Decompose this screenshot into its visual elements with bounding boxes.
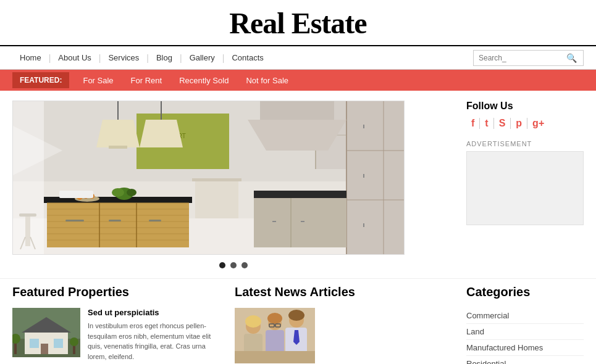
main-slider: ART: [12, 101, 454, 268]
svg-marker-20: [140, 120, 183, 147]
svg-point-57: [127, 189, 136, 196]
svg-marker-17: [96, 120, 140, 147]
svg-rect-71: [30, 339, 39, 348]
follow-us-title: Follow Us: [466, 101, 584, 112]
dot-2[interactable]: [230, 262, 237, 268]
property-thumbnail: [12, 308, 80, 357]
featured-label: FEATURED:: [12, 72, 69, 88]
slider-dots: [12, 262, 454, 268]
nav-link-home[interactable]: Home: [12, 53, 49, 62]
nav-item-services[interactable]: Services: [101, 53, 146, 62]
search-input[interactable]: [479, 54, 565, 62]
svg-rect-18: [109, 146, 127, 149]
search-button[interactable]: 🔍: [565, 53, 578, 63]
follow-us-section: Follow Us f t S p g+: [466, 101, 584, 129]
featured-properties-title: Featured Properties: [12, 285, 222, 299]
slider-image: ART: [12, 101, 405, 255]
svg-rect-32: [254, 198, 346, 247]
bottom-section: Featured Properties: [0, 278, 596, 364]
featured-properties-section: Featured Properties: [12, 285, 222, 364]
featured-bar: FEATURED: For Sale For Rent Recently Sol…: [0, 70, 596, 91]
nav-link-gallery[interactable]: Gallery: [182, 53, 222, 62]
latest-news-section: Latest News Articles: [235, 285, 454, 364]
svg-rect-62: [59, 191, 93, 198]
featured-link-not-for-sale[interactable]: Not for Sale: [237, 76, 297, 85]
search-container: 🔍: [473, 50, 584, 66]
svg-rect-76: [73, 345, 75, 354]
nav-link-about[interactable]: About Us: [51, 53, 98, 62]
svg-rect-48: [65, 220, 84, 221]
advertisement-section: ADVERTISEMENT: [466, 140, 584, 225]
main-nav: Home | About Us | Services | Blog | Gall…: [0, 46, 596, 70]
svg-rect-73: [41, 344, 48, 354]
categories-title: Categories: [466, 285, 584, 299]
news-item: [235, 308, 454, 363]
svg-point-56: [112, 188, 124, 197]
nav-item-gallery[interactable]: Gallery: [182, 53, 222, 62]
nav-item-home[interactable]: Home: [12, 53, 49, 62]
nav-item-blog[interactable]: Blog: [149, 53, 180, 62]
property-item: Sed ut perspiciatis In vestibulum eros e…: [12, 308, 222, 362]
category-manufactured-homes[interactable]: Manufactured Homes: [466, 340, 584, 356]
news-thumbnail: [235, 308, 315, 363]
twitter-icon[interactable]: t: [480, 118, 493, 129]
sidebar: Follow Us f t S p g+ ADVERTISEMENT: [466, 101, 584, 268]
svg-point-91: [288, 310, 304, 321]
svg-point-81: [245, 315, 261, 328]
featured-link-recently-sold[interactable]: Recently Sold: [170, 76, 237, 85]
svg-rect-8: [346, 101, 405, 255]
svg-rect-63: [192, 178, 241, 181]
svg-rect-64: [195, 181, 238, 218]
latest-news-title: Latest News Articles: [235, 285, 454, 299]
svg-rect-92: [235, 351, 315, 363]
svg-rect-49: [109, 220, 121, 221]
pinterest-icon[interactable]: p: [511, 118, 527, 129]
nav-link-services[interactable]: Services: [101, 53, 146, 62]
advertisement-label: ADVERTISEMENT: [466, 140, 584, 147]
category-land[interactable]: Land: [466, 324, 584, 340]
nav-link-blog[interactable]: Blog: [149, 53, 180, 62]
svg-rect-38: [47, 203, 189, 247]
site-title: Real Estate: [0, 6, 596, 40]
googleplus-icon[interactable]: g+: [527, 118, 549, 129]
svg-rect-22: [260, 101, 334, 120]
site-header: Real Estate: [0, 0, 596, 46]
nav-items: Home | About Us | Services | Blog | Gall…: [12, 53, 473, 63]
skype-icon[interactable]: S: [494, 118, 511, 129]
featured-link-for-sale[interactable]: For Sale: [74, 76, 122, 85]
facebook-icon[interactable]: f: [466, 118, 480, 129]
nav-link-contacts[interactable]: Contacts: [224, 53, 271, 62]
svg-rect-65: [13, 101, 44, 255]
svg-rect-31: [254, 191, 346, 198]
svg-point-77: [70, 337, 78, 346]
property-info: Sed ut perspiciatis In vestibulum eros e…: [88, 308, 222, 362]
property-body: In vestibulum eros eget rhoncus pellen-t…: [88, 321, 222, 362]
featured-link-for-rent[interactable]: For Rent: [122, 76, 171, 85]
nav-item-contacts[interactable]: Contacts: [224, 53, 271, 62]
nav-item-about[interactable]: About Us: [51, 53, 98, 62]
svg-rect-72: [54, 339, 63, 348]
content-area: ART: [0, 91, 596, 278]
svg-point-84: [267, 313, 282, 324]
category-commercial[interactable]: Commercial: [466, 308, 584, 324]
property-headline: Sed ut perspiciatis: [88, 308, 222, 317]
kitchen-svg: ART: [13, 101, 405, 255]
categories-section: Categories Commercial Land Manufactured …: [466, 285, 584, 364]
social-icons-row: f t S p g+: [466, 118, 584, 129]
svg-rect-50: [149, 220, 161, 221]
ad-box: [466, 151, 584, 225]
category-residential[interactable]: Residential: [466, 356, 584, 364]
dot-3[interactable]: [241, 262, 248, 268]
dot-1[interactable]: [219, 262, 225, 268]
